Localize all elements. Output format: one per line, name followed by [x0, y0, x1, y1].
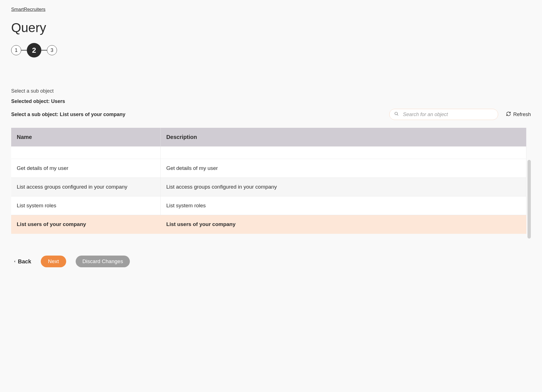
cell-name: List system roles — [11, 196, 161, 215]
selected-object-prefix: Selected object: — [11, 98, 51, 104]
cell-description: List system roles — [161, 196, 526, 215]
table-row[interactable]: List access groups configured in your co… — [11, 178, 526, 196]
svg-line-1 — [397, 114, 398, 116]
select-sub-object-label: Select a sub object — [11, 88, 531, 94]
scrollbar[interactable] — [527, 160, 531, 239]
table-row[interactable]: List users of your companyList users of … — [11, 215, 526, 234]
col-description-header[interactable]: Description — [161, 128, 526, 146]
refresh-icon — [506, 111, 511, 118]
refresh-button[interactable]: Refresh — [506, 111, 531, 118]
cell-description: List users of your company — [161, 215, 526, 234]
search-icon — [394, 112, 399, 117]
next-button[interactable]: Next — [41, 256, 66, 267]
objects-table: Name Description Get details of my userG… — [11, 128, 526, 234]
cell-name: List access groups configured in your co… — [11, 178, 161, 196]
back-label: Back — [18, 258, 31, 265]
selected-object-line: Selected object: Users — [11, 98, 531, 104]
search-input[interactable] — [389, 109, 498, 120]
col-name-header[interactable]: Name — [11, 128, 161, 146]
select-sub-object-line: Select a sub object: List users of your … — [11, 112, 125, 117]
table-row[interactable]: List system rolesList system roles — [11, 196, 526, 215]
chevron-left-icon — [13, 258, 16, 265]
discard-changes-button[interactable]: Discard Changes — [76, 256, 130, 267]
refresh-label: Refresh — [513, 112, 531, 117]
cell-description: List access groups configured in your co… — [161, 178, 526, 196]
step-3[interactable]: 3 — [47, 45, 57, 55]
breadcrumb-smartrecruiters[interactable]: SmartRecruiters — [11, 7, 46, 12]
back-button[interactable]: Back — [13, 258, 31, 265]
svg-point-0 — [395, 112, 397, 115]
stepper: 1 2 3 — [11, 43, 531, 57]
step-1[interactable]: 1 — [11, 45, 21, 55]
step-connector — [41, 50, 47, 50]
sub-object-prefix: Select a sub object: — [11, 112, 60, 117]
cell-name: List users of your company — [11, 215, 161, 234]
selected-object-value: Users — [51, 98, 65, 104]
step-connector — [21, 50, 27, 50]
step-2[interactable]: 2 — [27, 43, 41, 57]
cell-name: Get details of my user — [11, 159, 161, 178]
page-title: Query — [11, 20, 531, 35]
table-row[interactable]: Get details of my userGet details of my … — [11, 159, 526, 178]
cell-description: Get details of my user — [161, 159, 526, 178]
sub-object-value: List users of your company — [60, 112, 125, 117]
